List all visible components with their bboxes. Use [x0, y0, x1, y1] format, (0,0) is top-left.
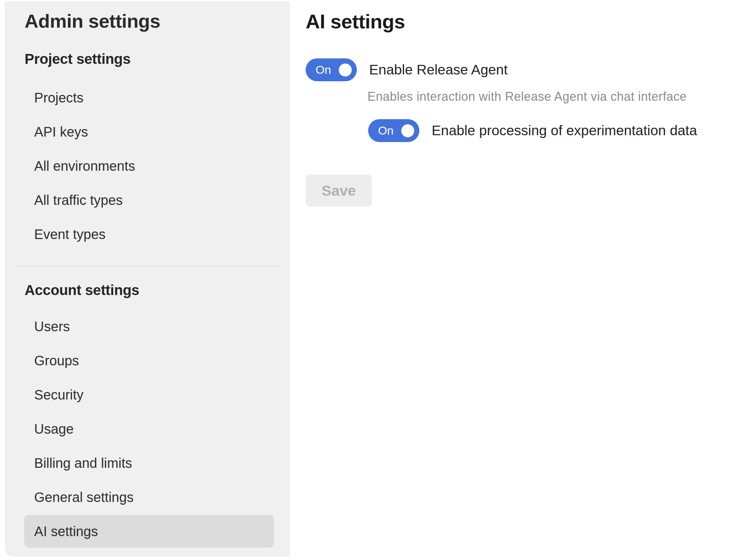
toggle-on-label: On [316, 63, 331, 76]
toggle-on-label: On [378, 124, 393, 137]
page-title: AI settings [306, 10, 754, 33]
sidebar-item-projects[interactable]: Projects [24, 81, 274, 115]
sidebar-divider [14, 266, 278, 266]
enable-experimentation-data-toggle[interactable]: On [368, 119, 419, 142]
section-header-account-settings: Account settings [5, 281, 290, 299]
account-settings-list: Users Groups Security Usage Billing and … [5, 309, 290, 548]
sidebar-item-security[interactable]: Security [24, 378, 274, 412]
section-header-project-settings: Project settings [5, 50, 290, 68]
sidebar-item-api-keys[interactable]: API keys [24, 115, 274, 149]
toggle-knob [339, 64, 352, 76]
project-settings-list: Projects API keys All environments All t… [5, 81, 290, 251]
sidebar-item-all-environments[interactable]: All environments [24, 149, 274, 183]
sidebar-item-general-settings[interactable]: General settings [24, 480, 274, 514]
ai-settings-panel: AI settings On Enable Release Agent Enab… [290, 0, 754, 560]
release-agent-toggle-row: On Enable Release Agent [306, 58, 754, 81]
release-agent-description: Enables interaction with Release Agent v… [367, 89, 754, 104]
sidebar-item-usage[interactable]: Usage [24, 412, 274, 446]
enable-experimentation-data-label: Enable processing of experimentation dat… [432, 123, 697, 139]
sidebar-item-all-traffic-types[interactable]: All traffic types [24, 183, 274, 217]
sidebar-title: Admin settings [5, 10, 290, 32]
sidebar-item-event-types[interactable]: Event types [24, 217, 274, 251]
enable-release-agent-toggle[interactable]: On [306, 58, 357, 81]
sidebar-item-users[interactable]: Users [24, 309, 274, 344]
save-button[interactable]: Save [306, 174, 372, 207]
sidebar-item-groups[interactable]: Groups [24, 344, 274, 378]
sidebar-item-ai-settings[interactable]: AI settings [24, 515, 274, 548]
toggle-knob [401, 124, 414, 137]
admin-settings-sidebar: Admin settings Project settings Projects… [5, 1, 290, 557]
sidebar-item-billing-and-limits[interactable]: Billing and limits [24, 446, 274, 480]
experimentation-data-toggle-row: On Enable processing of experimentation … [368, 119, 754, 142]
enable-release-agent-label: Enable Release Agent [369, 62, 508, 78]
